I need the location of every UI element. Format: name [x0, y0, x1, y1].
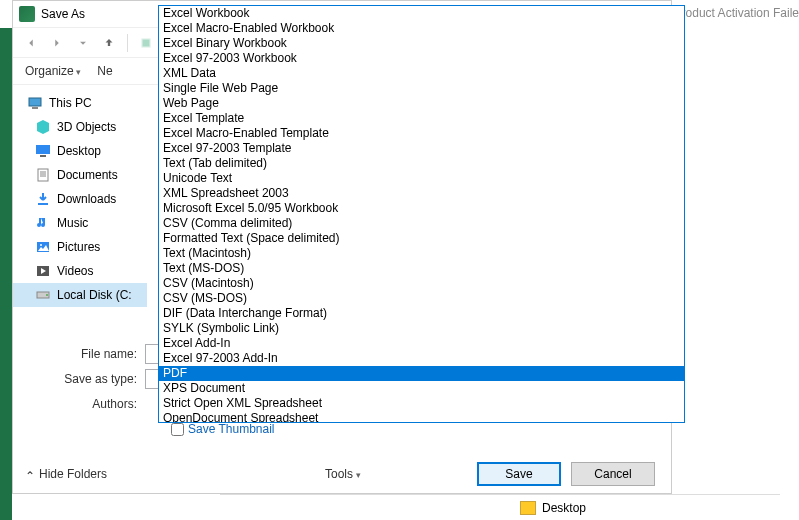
cancel-button[interactable]: Cancel: [571, 462, 655, 486]
sidebar-item-documents[interactable]: Documents: [13, 163, 147, 187]
svg-point-7: [40, 244, 42, 246]
excel-icon: [19, 6, 35, 22]
filetype-option[interactable]: Excel 97-2003 Workbook: [159, 51, 684, 66]
nav-label: Music: [57, 216, 88, 230]
thumbnail-label: Save Thumbnail: [188, 422, 275, 436]
filetype-option[interactable]: XML Data: [159, 66, 684, 81]
tools-button[interactable]: Tools: [325, 467, 361, 481]
pictures-icon: [35, 239, 51, 255]
svg-rect-5: [38, 203, 48, 205]
filetype-option[interactable]: Microsoft Excel 5.0/95 Workbook: [159, 201, 684, 216]
disk-icon: [35, 287, 51, 303]
sidebar-item-downloads[interactable]: Downloads: [13, 187, 147, 211]
filetype-option[interactable]: Excel 97-2003 Add-In: [159, 351, 684, 366]
thumbnail-row: Save Thumbnail: [25, 422, 659, 436]
nav-this-pc[interactable]: This PC: [13, 91, 147, 115]
nav-label: Desktop: [57, 144, 101, 158]
filetype-option[interactable]: Text (Macintosh): [159, 246, 684, 261]
sidebar-item-disk[interactable]: Local Disk (C:: [13, 283, 147, 307]
filetype-option[interactable]: Excel Macro-Enabled Template: [159, 126, 684, 141]
svg-rect-2: [36, 145, 50, 154]
filetype-option[interactable]: OpenDocument Spreadsheet: [159, 411, 684, 423]
filetype-option[interactable]: XPS Document: [159, 381, 684, 396]
nav-label: 3D Objects: [57, 120, 116, 134]
filetype-option[interactable]: Excel Add-In: [159, 336, 684, 351]
filetype-option[interactable]: Unicode Text: [159, 171, 684, 186]
dialog-title: Save As: [41, 7, 85, 21]
svg-point-10: [46, 294, 48, 296]
thumbnail-check[interactable]: [171, 423, 184, 436]
filetype-option[interactable]: Excel Workbook: [159, 6, 684, 21]
cube-icon: [35, 119, 51, 135]
documents-icon: [35, 167, 51, 183]
nav-label: Local Disk (C:: [57, 288, 132, 302]
nav-label: Videos: [57, 264, 93, 278]
up-icon[interactable]: [99, 33, 119, 53]
forward-icon[interactable]: [47, 33, 67, 53]
pc-icon: [27, 95, 43, 111]
filetype-option[interactable]: CSV (MS-DOS): [159, 291, 684, 306]
filetype-option[interactable]: Excel 97-2003 Template: [159, 141, 684, 156]
navigation-pane: This PC 3D ObjectsDesktopDocumentsDownlo…: [13, 85, 147, 333]
authors-label: Authors:: [25, 397, 137, 411]
back-icon[interactable]: [21, 33, 41, 53]
downloads-icon: [35, 191, 51, 207]
filetype-option[interactable]: Excel Template: [159, 111, 684, 126]
filetype-option[interactable]: Strict Open XML Spreadsheet: [159, 396, 684, 411]
svg-rect-0: [29, 98, 41, 106]
new-folder-button[interactable]: Ne: [97, 64, 112, 78]
filename-label: File name:: [25, 347, 137, 361]
separator: [127, 34, 128, 52]
svg-rect-4: [38, 169, 48, 181]
filetype-option[interactable]: Single File Web Page: [159, 81, 684, 96]
hide-folders-button[interactable]: Hide Folders: [25, 467, 107, 481]
filetype-option[interactable]: CSV (Macintosh): [159, 276, 684, 291]
save-button[interactable]: Save: [477, 462, 561, 486]
videos-icon: [35, 263, 51, 279]
nav-label: Downloads: [57, 192, 116, 206]
folder-icon: [520, 501, 536, 515]
save-as-dialog: Save As Organize Ne This PC 3D ObjectsDe…: [12, 0, 672, 494]
filetype-option[interactable]: XML Spreadsheet 2003: [159, 186, 684, 201]
filetype-option[interactable]: SYLK (Symbolic Link): [159, 321, 684, 336]
explorer-content-glimpse: Desktop: [220, 494, 780, 520]
sidebar-item-desktop[interactable]: Desktop: [13, 139, 147, 163]
sidebar-item-music[interactable]: Music: [13, 211, 147, 235]
filetype-option[interactable]: PDF: [159, 366, 684, 381]
button-row: Tools Save Cancel: [25, 462, 659, 486]
filetype-option[interactable]: CSV (Comma delimited): [159, 216, 684, 231]
nav-label: Pictures: [57, 240, 100, 254]
sidebar-item-cube[interactable]: 3D Objects: [13, 115, 147, 139]
filetype-option[interactable]: DIF (Data Interchange Format): [159, 306, 684, 321]
filetype-option[interactable]: Excel Macro-Enabled Workbook: [159, 21, 684, 36]
type-label: Save as type:: [25, 372, 137, 386]
save-thumbnail-checkbox[interactable]: Save Thumbnail: [171, 422, 659, 436]
nav-label: This PC: [49, 96, 92, 110]
organize-button[interactable]: Organize: [25, 64, 81, 78]
activation-notice: Product Activation Faile: [674, 6, 799, 20]
filetype-option[interactable]: Web Page: [159, 96, 684, 111]
filetype-option[interactable]: Text (MS-DOS): [159, 261, 684, 276]
refresh-icon[interactable]: [136, 33, 156, 53]
recent-icon[interactable]: [73, 33, 93, 53]
filetype-option[interactable]: Formatted Text (Space delimited): [159, 231, 684, 246]
nav-label: Documents: [57, 168, 118, 182]
music-icon: [35, 215, 51, 231]
desktop-icon: [35, 143, 51, 159]
excel-background-strip: [0, 28, 12, 520]
desktop-folder-label: Desktop: [542, 501, 586, 515]
sidebar-item-pictures[interactable]: Pictures: [13, 235, 147, 259]
filetype-option[interactable]: Excel Binary Workbook: [159, 36, 684, 51]
save-as-type-dropdown[interactable]: Excel WorkbookExcel Macro-Enabled Workbo…: [158, 5, 685, 423]
filetype-option[interactable]: Text (Tab delimited): [159, 156, 684, 171]
svg-rect-1: [32, 107, 38, 109]
sidebar-item-videos[interactable]: Videos: [13, 259, 147, 283]
svg-rect-3: [40, 155, 46, 157]
